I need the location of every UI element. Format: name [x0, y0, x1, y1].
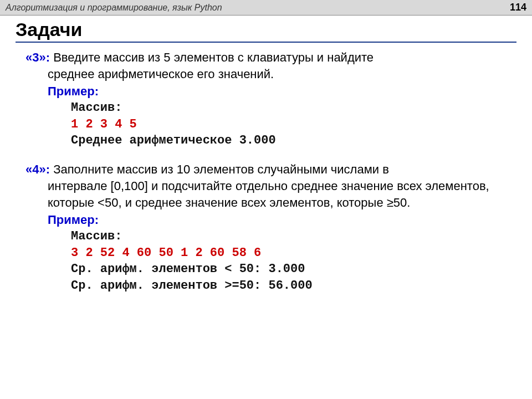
task-4: «4»: Заполните массив из 10 элементов сл…	[16, 161, 516, 294]
page-title: Задачи	[16, 19, 516, 43]
slide-content: Задачи «3»: Введите массив из 5 элементо…	[0, 16, 532, 312]
task-3-mono-2: 1 2 3 4 5	[16, 116, 516, 133]
subject-title: Алгоритмизация и программирование, язык …	[6, 3, 222, 13]
task-4-grade: «4»:	[25, 162, 50, 176]
task-3-grade: «3»:	[25, 50, 50, 64]
task-3-mono-3: Среднее арифметическое 3.000	[16, 132, 516, 149]
task-4-example-label: Пример:	[16, 212, 516, 228]
page-number: 114	[510, 2, 526, 13]
task-4-mono-2: 3 2 52 4 60 50 1 2 60 58 6	[16, 245, 516, 262]
task-4-desc-rest: интервале [0,100] и подсчитайте отдельно…	[16, 178, 516, 211]
task-3: «3»: Введите массив из 5 элементов с кла…	[16, 49, 516, 149]
header-bar: Алгоритмизация и программирование, язык …	[0, 0, 532, 16]
task-3-mono-1: Массив:	[16, 100, 516, 116]
task-3-example-label: Пример:	[16, 83, 516, 100]
task-4-mono-4: Ср. арифм. элементов >=50: 56.000	[16, 278, 516, 294]
task-4-mono-3: Ср. арифм. элементов < 50: 3.000	[16, 261, 516, 278]
task-3-desc-line1: Введите массив из 5 элементов с клавиату…	[53, 50, 374, 64]
task-4-mono-1: Массив:	[16, 228, 516, 245]
task-4-desc-line1: Заполните массив из 10 элементов случайн…	[53, 162, 389, 176]
task-3-desc-rest: среднее арифметическое его значений.	[16, 66, 516, 83]
